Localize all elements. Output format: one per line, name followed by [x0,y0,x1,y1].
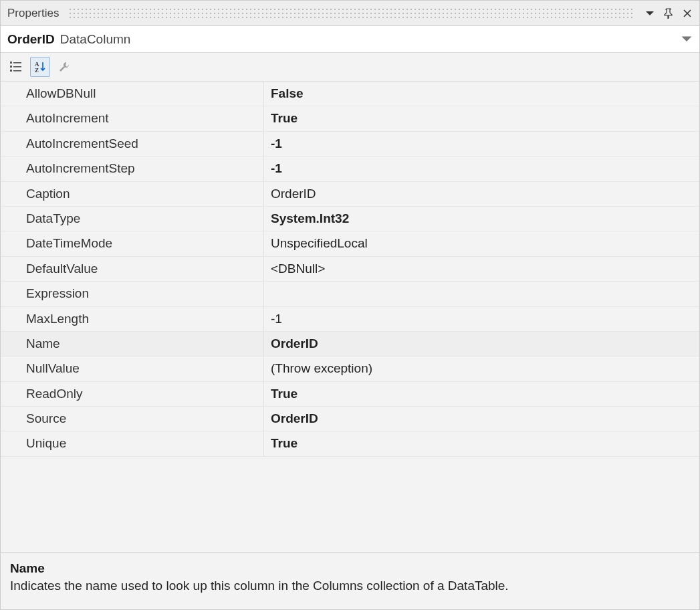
svg-rect-3 [13,66,21,68]
pin-icon [663,8,674,19]
object-dropdown-button[interactable] [681,33,693,45]
property-row[interactable]: AutoIncrementStep-1 [1,157,699,181]
property-name: Unique [1,431,264,455]
property-row[interactable]: Expression [1,282,699,306]
close-icon [682,8,693,19]
alphabetical-icon: A Z [33,60,47,74]
property-name: DataType [1,207,264,231]
property-value[interactable]: -1 [264,132,699,156]
panel-titlebar: Properties [1,1,699,26]
panel-title: Properties [7,7,59,20]
property-value[interactable]: True [264,382,699,406]
property-row[interactable]: DataTypeSystem.Int32 [1,207,699,231]
property-name: Source [1,407,264,431]
property-value[interactable]: True [264,106,699,130]
property-name: MaxLength [1,307,264,331]
property-name: DateTimeMode [1,231,264,256]
property-row[interactable]: DateTimeModeUnspecifiedLocal [1,231,699,256]
property-value[interactable]: OrderID [264,182,699,206]
chevron-down-icon [645,8,655,19]
panel-gripper[interactable] [68,7,635,19]
property-name: AllowDBNull [1,82,264,106]
pin-button[interactable] [661,5,677,21]
property-value[interactable]: (Throw exception) [264,357,699,381]
property-value[interactable]: UnspecifiedLocal [264,231,699,256]
svg-rect-4 [10,70,12,72]
property-row[interactable]: UniqueTrue [1,431,699,456]
object-selector[interactable]: OrderID DataColumn [1,26,699,53]
property-value[interactable] [264,282,699,306]
svg-text:Z: Z [35,67,39,74]
property-row[interactable]: AllowDBNullFalse [1,82,699,106]
property-name: NullValue [1,357,264,381]
property-name: AutoIncrement [1,106,264,130]
properties-toolbar: A Z [1,53,699,82]
object-type: DataColumn [60,32,131,47]
property-value[interactable]: True [264,431,699,455]
description-pane: Name Indicates the name used to look up … [1,552,699,609]
property-row[interactable]: ReadOnlyTrue [1,382,699,407]
property-row[interactable]: SourceOrderID [1,407,699,431]
svg-rect-0 [10,62,12,64]
property-value[interactable]: -1 [264,157,699,181]
property-name: AutoIncrementSeed [1,132,264,156]
property-name: Name [1,332,264,356]
property-name: Expression [1,282,264,306]
object-name: OrderID [7,32,55,47]
categorized-button[interactable] [6,57,26,77]
property-row[interactable]: AutoIncrementTrue [1,106,699,131]
property-value[interactable]: False [264,82,699,106]
property-value[interactable]: OrderID [264,407,699,431]
chevron-down-icon [681,33,693,45]
property-name: AutoIncrementStep [1,157,264,181]
property-name: DefaultValue [1,257,264,281]
property-row[interactable]: AutoIncrementSeed-1 [1,132,699,157]
property-row[interactable]: NullValue(Throw exception) [1,357,699,381]
svg-rect-2 [10,66,12,68]
property-row[interactable]: MaxLength-1 [1,307,699,332]
property-value[interactable]: -1 [264,307,699,331]
svg-rect-1 [13,62,21,64]
property-name: Caption [1,182,264,206]
property-row[interactable]: NameOrderID [1,332,699,357]
close-button[interactable] [679,5,695,21]
svg-rect-5 [13,70,21,72]
wrench-icon [57,60,71,74]
property-value[interactable]: System.Int32 [264,207,699,231]
categorized-icon [9,60,23,74]
window-options-button[interactable] [642,5,658,21]
description-text: Indicates the name used to look up this … [10,579,690,593]
property-value[interactable]: OrderID [264,332,699,356]
property-row[interactable]: CaptionOrderID [1,182,699,207]
property-name: ReadOnly [1,382,264,406]
property-value[interactable]: <DBNull> [264,257,699,281]
property-row[interactable]: DefaultValue<DBNull> [1,257,699,282]
alphabetical-button[interactable]: A Z [30,57,50,77]
property-grid[interactable]: AllowDBNullFalseAutoIncrementTrueAutoInc… [1,82,699,552]
property-pages-button[interactable] [54,57,74,77]
description-title: Name [10,561,690,576]
